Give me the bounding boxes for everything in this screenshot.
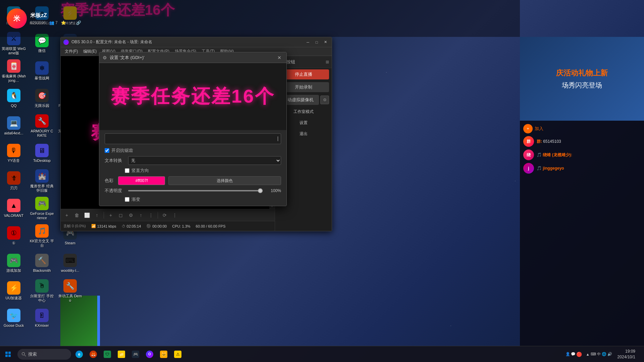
icon-kk-label: KK官方交叉 平台 [30,239,54,248]
tray-volume[interactable]: 🔊 [607,352,612,356]
toolbar-refresh[interactable]: ⟳ [160,210,169,220]
toolbar-settings[interactable]: ⚙ [126,210,136,220]
virtual-cam-settings[interactable]: ⚙ [320,96,329,104]
tray-record-indicator: 🔴 [576,352,582,357]
icon-valorant[interactable]: ▲ VALORANT [0,195,28,222]
taskbar-icon-security[interactable]: 🛡 [101,348,114,361]
antialiasing-checkbox[interactable] [105,148,109,153]
dialog-vertical-row: 竖直方向 [105,168,281,174]
gradient-label[interactable]: 渐变 [125,196,140,202]
dialog-close-button[interactable]: ✕ [276,54,283,61]
icon-aida64-label: aida64ext... [4,131,23,135]
icon-shanggong[interactable]: 🔧 奔功工具 Demo [56,278,84,304]
icon-armoury[interactable]: 🔧 ARMOURY CRATE [28,113,56,139]
transform-select[interactable]: 无 [128,156,281,165]
wootility-icon: ⌨ [63,254,77,267]
icon-ewelink[interactable]: 🎮 游戏加加 [0,250,28,277]
taskbar-clock[interactable]: 19:09 2024/10/1 [615,349,638,360]
taskbar-icon-obs[interactable]: O [143,348,156,361]
transform-label: 文本转换 [105,158,125,164]
icon-uuspeed[interactable]: ⚡ UU加速器 [0,278,28,304]
toolbar-more2[interactable]: ⋮ [170,210,179,220]
streamer-more: 🔗 [76,20,81,25]
icon-aida64[interactable]: 💻 aida64ext... [0,113,28,139]
taskbar-search[interactable]: 搜索 [17,349,71,360]
system-tray-icons[interactable]: 👤 💬 🔴 [564,352,583,357]
color-picker-button[interactable]: 选择颜色 [168,176,281,185]
tray-expand[interactable]: ▲ [586,352,590,356]
icon-mahjong[interactable]: 🀄 雀魂麻将 (Mahjong… [0,58,28,84]
tray-network[interactable]: 🌐 [602,352,606,356]
dialog-antialiasing-label[interactable]: 开启抗锯齿 [105,147,133,154]
tray-chat: 💬 [571,352,576,356]
icon-jd[interactable]: ① ① [0,223,28,249]
obs-menu-file[interactable]: 文件(F) [62,48,80,55]
obs-maximize-button[interactable]: □ [313,39,320,46]
toolbar-add[interactable]: + [62,210,71,220]
yy-icon: 🎙 [7,144,20,157]
icon-kxmixer[interactable]: 🎚 KXmixer [28,305,56,332]
streamer-avatar: 米 [7,8,27,28]
taskbar-icon-edge[interactable]: e [72,348,86,361]
toolbar-up2[interactable]: ↑ [136,210,146,220]
tray-input-method[interactable]: 中 [597,352,601,357]
search-icon [21,352,26,357]
color-swatch[interactable]: #ff007f [118,176,165,185]
icon-gfexp[interactable]: 🎮 GeForce Experience [28,195,56,222]
qq-icon: 🐧 [7,89,20,102]
toolbar-add2[interactable]: + [106,210,115,220]
icon-yy[interactable]: 🎙 YY语音 [0,140,28,167]
gradient-checkbox[interactable] [125,197,129,202]
icon-wootility[interactable]: ⌨ wootility-l... [56,250,84,277]
toolbar-more[interactable]: ⋮ [146,210,156,220]
seer5-icon: 🖱 [35,279,49,293]
opacity-label: 不透明度 [105,188,125,194]
taskbar-icon-cat[interactable]: 🐱 [157,348,170,361]
icon-rycb[interactable]: 🗡 刃刃 [0,168,28,194]
icon-steam-label: Steam [65,241,75,245]
obs-close-button[interactable]: ✕ [322,39,329,46]
taskbar-icon-steam2[interactable]: 🎮 [129,348,142,361]
icon-wows[interactable]: 🎯 无限乐园 [28,85,56,112]
icon-wow[interactable]: 🏰 魔兽世界 经典怀旧服 [28,168,56,194]
tray-keyboard[interactable]: ⌨ [591,352,596,356]
obs-menu-edit[interactable]: 编辑(E) [80,48,99,55]
windows-logo [5,352,11,357]
dialog-text-field[interactable] [108,136,278,141]
taskbar-icon-warning[interactable]: ⚠ [171,348,184,361]
toolbar-delete[interactable]: 🗑 [72,210,82,220]
show-desktop-button[interactable] [639,346,641,362]
toolbar-shape[interactable]: ◻ [116,210,125,220]
dialog-antialiasing-row: 开启抗锯齿 [105,147,281,154]
cat-icon: 🐱 [160,351,167,358]
icon-qq[interactable]: 🐧 QQ [0,85,28,112]
icon-league-label: 英雄联盟 WeGame版 [1,47,26,55]
obs-stat-timer2: ⚫ 00:00:00 [146,224,167,228]
icon-todesktop[interactable]: 🖥 ToDesktop [28,140,56,167]
icon-blacksmith[interactable]: 🔨 Blacksmith [28,250,56,277]
uuspeed-icon: ⚡ [7,281,20,295]
icon-blizzard[interactable]: ❄ 暴雪战网 [28,58,56,84]
icon-seer5[interactable]: 🖱 尔斯里打 手控中心 [28,278,56,304]
search-placeholder: 搜索 [28,351,37,357]
chat-avatar-2: 绕 [523,149,534,160]
toolbar-toggle[interactable]: ⬜ [82,210,92,220]
taskbar-icon-browser[interactable]: 🦊 [87,348,100,361]
taskbar-icon-folder[interactable]: 📁 [115,348,128,361]
icon-kk[interactable]: 🎵 KK官方交叉 平台 [28,223,56,249]
dialog-vertical-label[interactable]: 竖直方向 [125,168,149,174]
vertical-checkbox[interactable] [125,168,129,173]
browser-icon: 🦊 [90,351,97,358]
svg-line-1 [24,355,26,356]
icon-goose[interactable]: 🐦 Goose Duck [0,305,28,332]
dialog-transform-row: 文本转换 无 [105,156,281,165]
obs-minimize-button[interactable]: ─ [304,39,312,46]
controls-icon[interactable]: ⊞ [326,60,329,64]
dialog-text-input-wrapper[interactable] [105,133,281,144]
opacity-slider[interactable] [128,190,263,191]
toolbar-up[interactable]: ↑ [92,210,102,220]
start-button[interactable] [0,346,16,362]
cursor-indicator [278,136,278,141]
icon-rycb-label: 刃刃 [10,186,17,190]
color-hex-value: #ff007f [136,178,148,183]
